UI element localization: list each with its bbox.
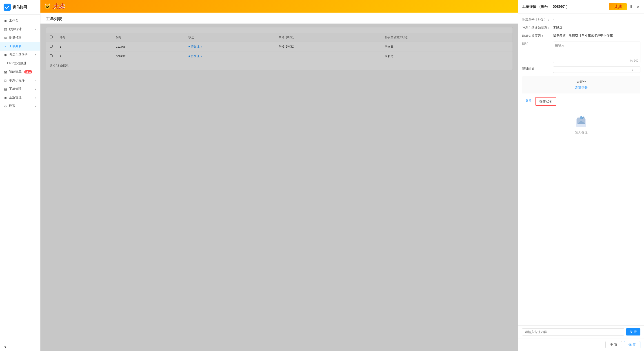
sidebar-item-mini-app[interactable]: □ 手淘小程序 ∨ — [0, 76, 40, 85]
empty-text: 暂无备注 — [575, 130, 588, 134]
svg-rect-0 — [4, 4, 11, 11]
sidebar-item-workbench[interactable]: ▣ 工作台 — [0, 16, 40, 25]
field-fail-reason: 建单失败原因： 建单失败，店铺或订单号在聚水潭中不存在 — [522, 34, 640, 38]
overlay — [40, 24, 518, 351]
table-area: 序号 编号 状态 单号【补发】 补发主动通知状态 1 011706 — [40, 24, 518, 351]
rating-label: 未评分 — [526, 80, 637, 84]
field-notify-status: 补发主动通知状态： 未触达 — [522, 26, 640, 30]
detail-panel: 工单详情 （编号： 008997 ） 大卖 🗑 ✕ 物流单号【补发】： - 补发… — [518, 0, 644, 351]
sidebar-item-work-order-mgmt[interactable]: ▦ 工单管理 ∨ — [0, 85, 40, 93]
sidebar-item-label: 售后主动服务 — [9, 53, 28, 57]
sidebar-item-label: 智能建单 — [9, 70, 22, 74]
field-label: 建单失败原因： — [522, 34, 551, 38]
chevron-down-icon: ∨ — [34, 79, 37, 82]
main-content: 🐱 大卖 工单列表 序号 编号 状态 单号【补发】 补发主动通知状态 — [40, 0, 518, 351]
sidebar-item-label: 手淘小程序 — [9, 78, 25, 82]
rating-section: 未评分 发送评分 — [522, 76, 640, 94]
chevron-down-icon: ∨ — [34, 28, 37, 31]
chevron-down-icon: ∨ — [34, 104, 37, 108]
page-header: 工单列表 — [40, 12, 518, 24]
logo-text: 青鸟协同 — [12, 5, 27, 10]
chevron-down-icon: ∧ — [34, 53, 37, 56]
sidebar-item-label: 工作台 — [9, 19, 18, 23]
panel-title: 工单详情 （编号： 008997 ） — [522, 4, 607, 9]
empty-state: 暂无备注 — [522, 109, 640, 140]
sidebar-item-label: ERP主动跟进 — [7, 61, 26, 66]
sidebar-item-label: 工单列表 — [9, 44, 22, 48]
description-input[interactable] — [553, 42, 640, 58]
comment-input[interactable] — [522, 328, 624, 336]
work-order-mgmt-icon: ▦ — [4, 87, 7, 91]
follow-time-label: 跟进时间： — [522, 66, 551, 71]
banner-emoji: 🐱 — [44, 3, 51, 10]
batch-pay-icon: ◎ — [4, 36, 7, 40]
data-stats-icon: ▦ — [4, 28, 7, 31]
field-follow-time: 跟进时间： ∨ — [522, 66, 640, 73]
sidebar-item-label: 工单管理 — [9, 87, 22, 91]
field-label: 补发主动通知状态： — [522, 26, 551, 30]
panel-body: 物流单号【补发】： - 补发主动通知状态： 未触达 建单失败原因： 建单失败，店… — [518, 14, 644, 326]
description-label: 描述： — [522, 42, 551, 46]
workbench-icon: ▣ — [4, 19, 7, 22]
panel-banner-image: 大卖 — [609, 3, 627, 10]
sidebar-item-label: 设置 — [9, 104, 15, 108]
banner-content: 🐱 大卖 — [44, 2, 64, 10]
logo: 青鸟协同 — [0, 0, 40, 14]
enterprise-mgmt-icon: ▣ — [4, 96, 7, 99]
panel-header: 工单详情 （编号： 008997 ） 大卖 🗑 ✕ — [518, 0, 644, 14]
sidebar-item-label: 企业管理 — [9, 96, 22, 100]
description-textarea-wrapper: 0 / 500 — [553, 42, 640, 63]
collapse-icon: ⇆ — [4, 345, 6, 348]
send-button[interactable]: 发 表 — [626, 328, 640, 336]
field-value: 建单失败，店铺或订单号在聚水潭中不存在 — [553, 34, 640, 38]
sidebar-item-aftersale[interactable]: ◉ 售后主动服务 ∧ — [0, 50, 40, 59]
comment-area: 发 表 — [518, 326, 644, 338]
banner-text: 大卖 — [52, 2, 64, 10]
sidebar-item-enterprise-mgmt[interactable]: ▣ 企业管理 ∨ — [0, 93, 40, 102]
chevron-down-icon: ∨ — [632, 68, 634, 71]
follow-time-select[interactable]: ∨ — [553, 66, 640, 73]
sidebar-navigation: ▣ 工作台 ▦ 数据统计 ∨ ◎ 批量打款 ≡ 工单列表 ◉ 售后主动服务 ∧ … — [0, 14, 40, 342]
new-badge: NEW — [24, 70, 32, 74]
panel-actions: 🗑 ✕ — [628, 4, 640, 10]
tabs-container: 备注 操作记录 — [522, 97, 640, 106]
field-value: 未触达 — [553, 26, 640, 30]
close-button[interactable]: ✕ — [636, 4, 640, 10]
field-description: 描述： 0 / 500 — [522, 42, 640, 63]
sidebar: 青鸟协同 ▣ 工作台 ▦ 数据统计 ∨ ◎ 批量打款 ≡ 工单列表 ◉ 售后主动… — [0, 0, 40, 351]
smart-order-icon: ▩ — [4, 70, 7, 74]
reset-button[interactable]: 重 置 — [605, 341, 622, 348]
field-label: 物流单号【补发】： — [522, 17, 551, 22]
page-title: 工单列表 — [46, 16, 513, 22]
save-button[interactable]: 保 存 — [624, 341, 640, 348]
sidebar-item-data-stats[interactable]: ▦ 数据统计 ∨ — [0, 25, 40, 34]
chevron-down-icon: ∨ — [34, 88, 37, 90]
tab-operation-log[interactable]: 操作记录 — [536, 97, 556, 106]
top-banner: 🐱 大卖 — [40, 0, 518, 12]
field-logistics-no: 物流单号【补发】： - — [522, 17, 640, 22]
sidebar-item-work-order-list[interactable]: ≡ 工单列表 — [0, 42, 40, 50]
aftersale-icon: ◉ — [4, 53, 7, 57]
work-order-list-icon: ≡ — [4, 44, 7, 48]
chevron-down-icon: ∨ — [34, 96, 37, 99]
tab-notes[interactable]: 备注 — [522, 97, 536, 105]
field-value: - — [553, 17, 640, 21]
panel-footer: 重 置 保 存 — [518, 338, 644, 351]
sidebar-item-label: 数据统计 — [9, 27, 22, 31]
mini-app-icon: □ — [4, 79, 7, 82]
settings-icon: ⚙ — [4, 104, 7, 108]
svg-point-4 — [580, 116, 583, 119]
send-rating-link[interactable]: 发送评分 — [575, 86, 588, 90]
empty-icon — [574, 114, 588, 129]
sidebar-item-label: 批量打款 — [9, 36, 22, 40]
delete-button[interactable]: 🗑 — [628, 4, 634, 10]
sidebar-item-smart-order[interactable]: ▩ 智能建单 NEW — [0, 68, 40, 76]
sidebar-item-erp-follow[interactable]: ERP主动跟进 — [0, 59, 40, 68]
sidebar-item-settings[interactable]: ⚙ 设置 ∨ — [0, 102, 40, 110]
sidebar-item-batch-pay[interactable]: ◎ 批量打款 — [0, 34, 40, 42]
sidebar-footer[interactable]: ⇆ — [0, 342, 40, 351]
description-count: 0 / 500 — [553, 59, 640, 63]
logo-icon — [4, 4, 11, 11]
